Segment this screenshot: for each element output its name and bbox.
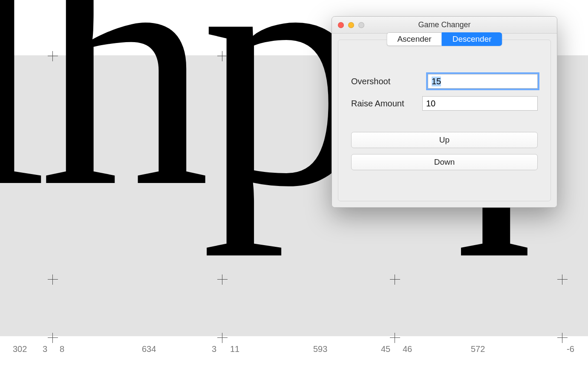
metric-value: 302 — [13, 344, 27, 354]
metric-value: 45 — [381, 344, 390, 354]
game-changer-window[interactable]: Game Changer Ascender Descender Overshoo… — [331, 16, 557, 208]
metric-value: 11 — [230, 344, 239, 354]
up-button[interactable]: Up — [351, 132, 538, 148]
metric-value: -6 — [567, 344, 574, 354]
metric-value: 3 — [43, 344, 47, 354]
metric-value: 572 — [471, 344, 485, 354]
metric-value: 8 — [60, 344, 64, 354]
overshoot-input[interactable]: 15 — [428, 74, 538, 89]
window-title: Game Changer — [418, 20, 470, 29]
window-controls — [338, 22, 364, 28]
window-body: Ascender Descender Overshoot 15 Raise Am… — [332, 34, 557, 207]
overshoot-label: Overshoot — [351, 77, 428, 86]
close-icon[interactable] — [338, 22, 344, 28]
metric-value: 593 — [313, 344, 327, 354]
raise-amount-label: Raise Amount — [351, 99, 422, 109]
tab-descender[interactable]: Descender — [442, 32, 502, 46]
window-titlebar[interactable]: Game Changer — [332, 17, 557, 34]
metric-value: 46 — [403, 344, 412, 354]
minimize-icon[interactable] — [348, 22, 354, 28]
metric-value: 3 — [212, 344, 216, 354]
tab-ascender[interactable]: Ascender — [386, 32, 441, 46]
settings-panel: Ascender Descender Overshoot 15 Raise Am… — [338, 40, 551, 201]
metric-value: 634 — [142, 344, 156, 354]
overshoot-value: 15 — [432, 77, 441, 86]
tab-segmented-control: Ascender Descender — [386, 32, 502, 46]
raise-amount-input[interactable] — [422, 96, 538, 111]
down-button[interactable]: Down — [351, 154, 538, 170]
zoom-disabled-icon — [358, 22, 364, 28]
